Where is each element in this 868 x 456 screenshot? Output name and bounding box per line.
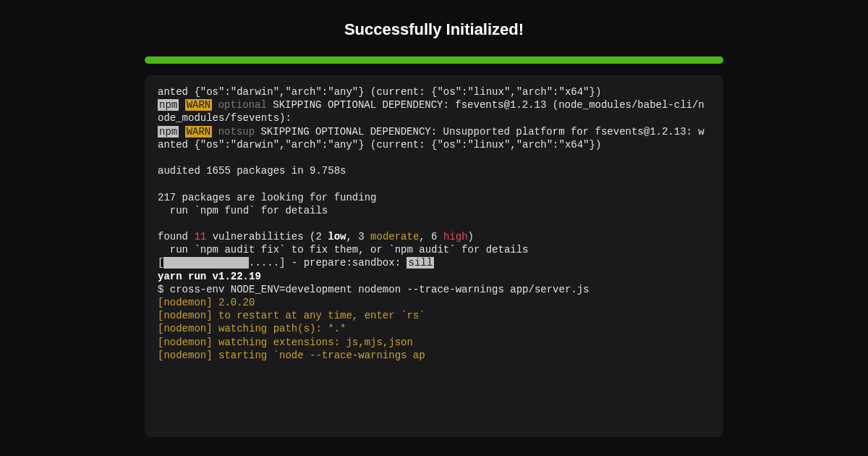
terminal-line: anted {"os":"darwin","arch":"any"} (curr… xyxy=(158,86,601,98)
nodemon-line: [nodemon] to restart at any time, enter … xyxy=(158,310,425,321)
notsup-label: notsup xyxy=(218,126,255,138)
low-label: low xyxy=(328,231,346,242)
moderate-label: moderate xyxy=(370,231,419,242)
terminal-line: run `npm audit fix` to fix them, or `npm… xyxy=(158,244,529,256)
terminal-line: , 6 xyxy=(419,231,443,242)
progress-dots: ..... xyxy=(249,257,279,269)
terminal-line: run `npm fund` for details xyxy=(158,205,328,216)
nodemon-line: [nodemon] starting `node --trace-warning… xyxy=(158,350,425,361)
nodemon-line: [nodemon] 2.0.20 xyxy=(158,297,255,308)
optional-label: optional xyxy=(218,99,267,111)
nodemon-line: [nodemon] watching path(s): *.* xyxy=(158,323,346,334)
terminal-line: vulnerabilities (2 xyxy=(206,231,328,242)
terminal-line: found xyxy=(158,231,194,242)
progress-filled xyxy=(163,257,249,269)
terminal-output[interactable]: anted {"os":"darwin","arch":"any"} (curr… xyxy=(145,75,723,437)
sill-badge: sill xyxy=(407,257,434,269)
progress-text: ] - prepare:sandbox: xyxy=(279,257,407,269)
terminal-line: audited 1655 packages in 9.758s xyxy=(158,165,346,177)
warn-badge: WARN xyxy=(185,126,213,138)
npm-badge: npm xyxy=(158,126,179,138)
terminal-line: ) xyxy=(468,231,474,242)
nodemon-line: [nodemon] watching extensions: js,mjs,js… xyxy=(158,337,413,348)
page-title: Successfully Initialized! xyxy=(344,20,524,39)
terminal-line: , 3 xyxy=(346,231,370,242)
yarn-version: yarn run v1.22.19 xyxy=(158,271,261,282)
terminal-line: 217 packages are looking for funding xyxy=(158,192,376,203)
terminal-command: $ cross-env NODE_ENV=development nodemon… xyxy=(158,284,590,295)
progress-bar xyxy=(145,56,723,64)
npm-badge: npm xyxy=(158,99,179,111)
vuln-count: 11 xyxy=(194,231,206,242)
high-label: high xyxy=(443,231,468,242)
warn-badge: WARN xyxy=(185,99,213,111)
